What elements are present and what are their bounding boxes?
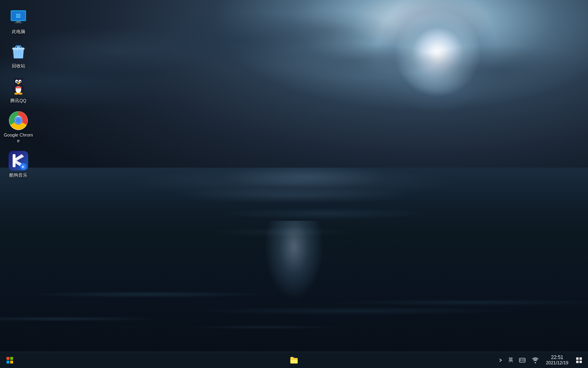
svg-rect-41 [290,359,298,360]
recycle-bin-label: 回收站 [12,63,25,69]
language-label: 英 [508,357,513,364]
svg-rect-51 [576,361,579,363]
svg-point-23 [17,83,20,84]
notification-icon[interactable] [573,352,585,368]
desktop-icon-qq[interactable]: 腾讯QQ [2,73,35,107]
desktop-icon-this-pc[interactable]: 此电脑 [2,4,35,38]
svg-rect-8 [18,16,20,18]
svg-point-26 [14,92,18,94]
svg-point-25 [21,78,23,80]
kugou-icon: K [9,151,28,171]
svg-point-33 [16,118,21,123]
svg-point-19 [16,81,18,83]
svg-rect-10 [17,46,20,48]
svg-rect-48 [523,360,524,361]
svg-rect-9 [12,48,24,50]
taskbar-left [0,352,18,368]
svg-line-11 [16,51,16,57]
desktop-icons-area: 此电脑 [0,0,37,368]
svg-rect-7 [16,16,18,18]
svg-point-24 [13,78,16,80]
taskbar-right: 英 [496,352,588,368]
svg-point-21 [17,81,18,82]
svg-rect-37 [7,357,9,360]
svg-rect-40 [10,361,13,364]
svg-rect-44 [522,359,523,360]
language-indicator[interactable]: 英 [507,352,515,368]
this-pc-icon [9,7,28,27]
qq-icon [9,76,28,96]
svg-rect-45 [523,359,524,360]
qq-label: 腾讯QQ [10,98,26,103]
svg-point-20 [20,81,21,83]
network-icon[interactable] [530,352,541,368]
clock[interactable]: 22:51 2021/12/19 [543,352,572,368]
desktop-icon-chrome[interactable]: Google Chrome [2,108,35,147]
svg-rect-52 [579,361,582,363]
chrome-label: Google Chrome [4,132,33,144]
taskbar-center-pins [285,352,303,368]
svg-rect-3 [16,21,21,22]
svg-rect-49 [576,357,579,360]
wallpaper-waves [0,270,588,352]
desktop-icon-kugou[interactable]: K 酷狗音乐 [2,148,35,181]
clock-time: 22:51 [551,355,563,360]
svg-point-22 [20,81,21,82]
svg-rect-43 [520,359,521,360]
desktop-icon-recycle-bin[interactable]: 回收站 [2,38,35,72]
recycle-bin-icon [9,42,28,61]
chrome-icon [9,111,28,130]
taskbar-pin-file-explorer[interactable] [285,352,303,368]
start-button[interactable] [2,352,18,368]
show-hidden-icons-button[interactable] [496,352,505,368]
kugou-label: 酷狗音乐 [9,172,27,178]
desktop: 此电脑 [0,0,588,368]
clock-date: 2021/12/19 [546,360,568,366]
svg-rect-6 [18,14,20,16]
svg-rect-42 [519,358,525,362]
svg-rect-39 [7,361,9,364]
svg-line-13 [21,51,21,57]
ime-icon[interactable] [517,352,528,368]
svg-rect-5 [16,14,18,16]
taskbar: 英 [0,352,588,368]
svg-rect-50 [579,357,582,360]
svg-rect-47 [522,360,523,361]
svg-rect-46 [520,360,521,361]
svg-point-27 [18,92,22,94]
this-pc-label: 此电脑 [12,29,25,34]
svg-text:K: K [22,165,25,169]
svg-rect-38 [10,357,13,360]
svg-rect-4 [15,22,22,23]
